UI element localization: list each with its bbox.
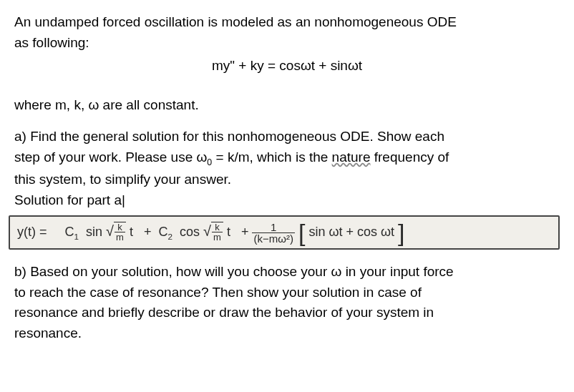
part-a-l2-mid: = k/m, which is the [212,150,331,165]
hw-c1-sub: 1 [74,232,79,241]
hw-cos-1: cos [180,225,200,239]
part-a-line-3: this system, to simplify your answer. [14,170,560,190]
hw-frac-den-1: m [115,232,125,242]
hw-c1: C [65,225,74,239]
hw-sin-1: sin [86,225,102,239]
hw-c2: C [159,225,168,239]
hw-bracket-term: sin ωt + cos ωt [308,225,394,239]
hw-t-1: t [130,225,133,239]
hw-c2-sub: 2 [168,232,173,241]
hw-divisor: (k−mω²) [252,233,294,244]
part-a-l2-post: frequency of [370,150,449,165]
where-line: where m, k, ω are all constant. [14,96,560,115]
solution-label: Solution for part a [14,191,560,210]
main-equation: my" + ky = cosωt + sinωt [14,57,560,76]
part-b-line-2: to reach the case of resonance? Then sho… [14,283,560,303]
hw-one: 1 [252,222,294,233]
hw-plus-2: + [241,225,249,239]
hw-frac-den-2: m [212,232,223,242]
hw-coef-frac: 1 (k−mω²) [252,222,294,244]
part-a-l2-pre: step of your work. Please use ω [14,150,207,165]
hw-sqrt-2: km [203,221,223,243]
part-a-line-1: a) Find the general solution for this no… [14,127,560,147]
intro-line-2: as following: [14,34,560,53]
part-b-line-1: b) Based on your solution, how will you … [14,263,560,282]
intro-line-1: An undamped forced oscillation is modele… [14,13,560,32]
part-b-line-4: resonance. [14,324,560,343]
bracket-right-icon: ] [398,223,404,242]
hw-frac-num-2: k [212,222,223,232]
bracket-left-icon: [ [298,223,305,242]
hw-frac-num-1: k [115,222,125,232]
part-a-line-2: step of your work. Please use ω0 = k/m, … [14,148,560,169]
hw-sqrt-1: km [106,221,126,243]
part-b-line-3: resonance and briefly describe or draw t… [14,303,560,323]
hw-t-2: t [227,225,230,239]
handwritten-solution: y(t) = C1 sin km t + C2 cos km t + 1 (k−… [9,215,560,250]
nature-underlined: nature [332,150,371,165]
hw-lhs: y(t) = [17,225,47,239]
hw-plus-1: + [144,225,152,239]
